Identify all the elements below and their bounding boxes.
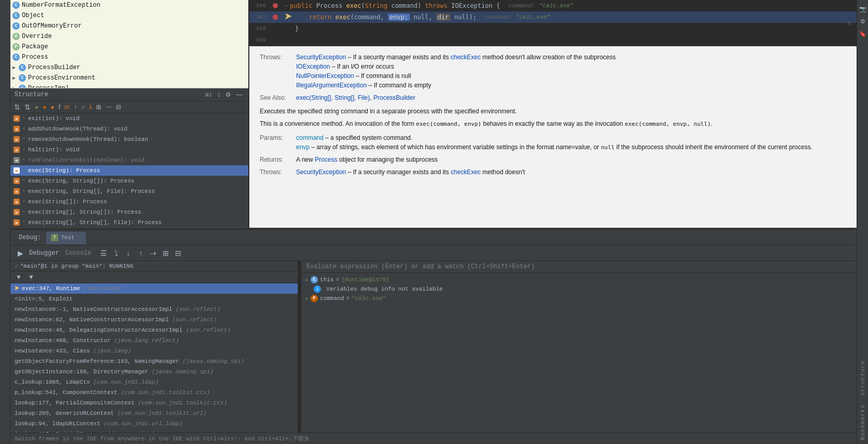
method-item[interactable]: m • halt(int): void: [10, 145, 248, 155]
param-name-envp: envp: [296, 143, 310, 151]
method-item[interactable]: m • removeShutdownHook(Thread): boolean: [10, 134, 248, 145]
method-item-selected[interactable]: m • exec(String): Process: [10, 165, 248, 176]
console-tab[interactable]: Console: [65, 250, 91, 257]
show-inherited-button[interactable]: ↑: [72, 103, 78, 111]
show-private-button[interactable]: ●: [49, 103, 56, 111]
method-item[interactable]: m • exec(String[]): Process: [10, 197, 248, 207]
run-to-cursor-button[interactable]: ⇢: [148, 247, 159, 259]
step-over-button[interactable]: ⤵: [110, 247, 122, 259]
sidebar-bookmark-button[interactable]: 🔖: [858, 29, 867, 38]
sort-button[interactable]: ↕: [216, 90, 222, 99]
filter-button-2[interactable]: ▼: [26, 272, 36, 282]
debug-tab-test[interactable]: T Test ×: [45, 231, 86, 244]
breakpoint[interactable]: [273, 15, 278, 20]
returns-label: Returns:: [260, 155, 296, 164]
frame-item[interactable]: lookup:205, GenericURLContext (com.sun.j…: [10, 408, 298, 419]
tree-item[interactable]: ▶ C ProcessImpl: [10, 83, 248, 88]
frame-item[interactable]: getObjectFactoryFromReference:163, Namin…: [10, 356, 298, 367]
restore-layout-button[interactable]: ⊟: [172, 247, 184, 259]
method-item[interactable]: m • exec(String, String[]): Process: [10, 176, 248, 186]
access-icon: •: [21, 116, 26, 121]
sidebar-camera-button[interactable]: 📷: [858, 4, 867, 14]
checkexec-link-2[interactable]: checkExec: [450, 168, 480, 176]
step-into-button[interactable]: ↓: [123, 247, 134, 259]
sort-alpha-button[interactable]: ≡↕: [204, 90, 213, 99]
show-extra3-button[interactable]: ⊟: [114, 103, 123, 111]
processbuilder-link[interactable]: ProcessBuilder: [373, 94, 416, 101]
line-content-348: }: [281, 25, 299, 33]
tree-item[interactable]: C Process: [10, 52, 248, 62]
throws-item: IllegalArgumentException – If command is…: [296, 81, 846, 90]
sort-methods-button[interactable]: ⇅: [12, 102, 22, 112]
see-also-content: exec(String[], String[], File), ProcessB…: [296, 93, 846, 102]
method-item[interactable]: m • exec(String[], String[], File): Proc…: [10, 217, 248, 228]
security-exception-link[interactable]: SecurityException: [296, 54, 346, 61]
method-icon: m: [14, 157, 20, 163]
security-exception-link-2[interactable]: SecurityException: [296, 168, 346, 176]
frame-item[interactable]: c_lookup:1085, LdapCtx (com.sun.jndi.lda…: [10, 377, 298, 387]
tree-item[interactable]: C OutOfMemoryError: [10, 21, 248, 31]
test-tab-icon: T: [51, 234, 58, 241]
checkexec-link[interactable]: checkExec: [450, 54, 480, 61]
step-out-button[interactable]: ↑: [135, 247, 146, 259]
method-item[interactable]: m • exit(int): void: [10, 113, 248, 124]
frame-item[interactable]: newInstance:62, NativeConstructorAccesso…: [10, 315, 298, 325]
method-item[interactable]: m • exec(String, String[], File): Proces…: [10, 186, 248, 197]
method-item[interactable]: m • exec(String[], String[]): Process: [10, 207, 248, 217]
show-methods-button[interactable]: m: [63, 103, 71, 111]
frame-item[interactable]: newInstance:408, Constructor (java.lang.…: [10, 335, 298, 346]
method-name: halt(int): void: [28, 147, 79, 153]
process-link[interactable]: Process: [315, 156, 337, 163]
tree-item[interactable]: C NumberFormatException: [10, 0, 248, 10]
structure-close-button[interactable]: —: [235, 90, 244, 99]
tree-item[interactable]: @ Override: [10, 31, 248, 42]
breakpoint[interactable]: [273, 3, 278, 8]
debugger-tab[interactable]: Debugger: [29, 250, 59, 257]
structure-settings-button[interactable]: ⚙: [224, 90, 233, 99]
show-public-button[interactable]: ●: [33, 103, 40, 111]
tree-item[interactable]: C Object: [10, 10, 248, 21]
line-number: 346: [251, 3, 270, 9]
sidebar-settings-button[interactable]: ⚙: [858, 17, 867, 26]
debug-label: Debug:: [15, 232, 45, 243]
edit-icon[interactable]: ✎: [847, 19, 851, 28]
frame-item[interactable]: getObjectInstance:189, DirectoryManager …: [10, 367, 298, 377]
show-protected-button[interactable]: ●: [41, 103, 48, 111]
var-item-command[interactable]: ▶ P command = "calc.exe": [301, 294, 857, 303]
exec-link[interactable]: exec(String[], String[], File): [296, 94, 370, 101]
doc-panel: Throws: SecurityException – If a securit…: [249, 46, 857, 228]
show-fields-button[interactable]: f: [57, 103, 62, 111]
frames-list-button[interactable]: ☰: [98, 247, 109, 259]
frame-item[interactable]: p_lookup:542, ComponentContext (com.sun.…: [10, 387, 298, 398]
frame-item[interactable]: ⮞ exec:347, Runtime (java.lang): [10, 283, 298, 294]
access-icon: •: [21, 178, 26, 184]
frame-item[interactable]: lookup:177, PartialCompositeContext (com…: [10, 398, 298, 408]
show-extra2-button[interactable]: ⋯: [104, 103, 113, 111]
expand-this-button[interactable]: ▶: [305, 277, 309, 283]
expand-command-button[interactable]: ▶: [305, 295, 309, 302]
show-anonymous-button[interactable]: ○: [79, 103, 86, 111]
method-item[interactable]: m • addShutdownHook(Thread): void: [10, 124, 248, 134]
frame-item[interactable]: newInstance0:-1, NativeConstructorAccess…: [10, 304, 298, 315]
tab-close-button[interactable]: ×: [78, 235, 81, 241]
show-lambdas-button[interactable]: λ: [87, 103, 94, 111]
method-item[interactable]: m • runFinalizersOnExit(boolean): void: [10, 155, 248, 165]
tree-item[interactable]: ▶ C ProcessBuilder: [10, 62, 248, 73]
tree-item[interactable]: P Package: [10, 42, 248, 52]
frame-item[interactable]: newInstance:45, DelegatingConstructorAcc…: [10, 325, 298, 335]
frame-item[interactable]: lookup:94, ldapURLContext (com.sun.jndi.…: [10, 419, 298, 429]
sort-methods2-button[interactable]: ⇅: [23, 102, 32, 112]
var-item-this[interactable]: ▶ C this = {Runtime@1675}: [301, 275, 857, 284]
resume-button[interactable]: ▶: [15, 247, 26, 259]
tree-item-label: Object: [22, 12, 44, 19]
frame-item[interactable]: newInstance:433, Class (java.lang): [10, 346, 298, 356]
evaluate-button[interactable]: ⊞: [160, 247, 171, 259]
illegalargumentexception-link[interactable]: IllegalArgumentException: [296, 82, 367, 89]
show-extra1-button[interactable]: ⊞: [95, 103, 103, 111]
frame-item[interactable]: <init>:5, Exploit: [10, 294, 298, 304]
frame-item[interactable]: lookup:417, InitialContext (javax.naming…: [10, 429, 298, 433]
nullpointerexception-link[interactable]: NullPointerException: [296, 72, 354, 80]
tree-item[interactable]: ▶ C ProcessEnvironment: [10, 73, 248, 83]
ioexception-link[interactable]: IOException: [296, 63, 330, 70]
filter-button[interactable]: ▼: [14, 272, 24, 282]
